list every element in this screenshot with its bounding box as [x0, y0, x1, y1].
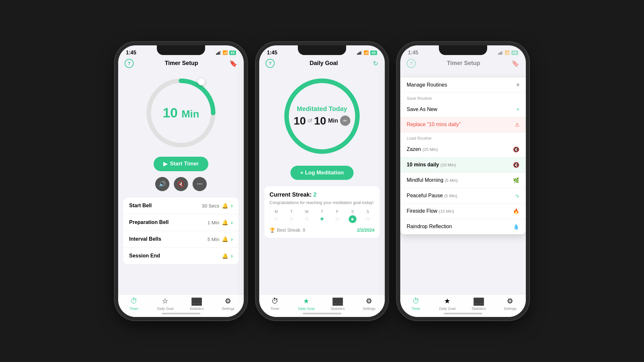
tab-statistics-label-2: Statistics: [331, 307, 345, 311]
routine-peaceful-3[interactable]: Peaceful Pause (5 Min) ∿: [400, 188, 526, 204]
interval-bell-icon-1: 🔔: [222, 236, 228, 242]
goal-of-2: of: [308, 118, 312, 124]
week-grid-2: M ☆ T ☆ W ☆ T ★ F ☆ S ★: [270, 209, 374, 223]
prep-bell-right-1: 1 Min 🔔 ›: [207, 219, 233, 226]
edit-goal-button-2[interactable]: ✏: [340, 116, 350, 126]
start-bell-row-1[interactable]: Start Bell 30 Secs 🔔 ›: [123, 198, 239, 214]
tab-daily-goal-2[interactable]: ★ Daily Goal: [297, 297, 316, 311]
prep-bell-row-1[interactable]: Preparation Bell 1 Min 🔔 ›: [123, 214, 239, 231]
tab-timer-3[interactable]: ⏱ Timer: [406, 297, 426, 311]
plus-icon-3: +: [516, 107, 519, 112]
trophy-icon-2: 🏆: [270, 227, 275, 233]
home-indicator-3: [444, 313, 482, 314]
wifi-icon-3: 📶: [505, 50, 510, 55]
timer-handle-1[interactable]: [198, 78, 205, 85]
tab-statistics-label-3: Statistics: [472, 307, 486, 311]
goal-current-2: 10: [294, 115, 306, 127]
tab-settings-label-1: Settings: [222, 307, 234, 311]
home-indicator-2: [303, 313, 341, 314]
goal-total-2: 10: [314, 115, 326, 127]
day-col-M: M ☆: [270, 209, 283, 223]
routine-fireside-3[interactable]: Fireside Flow (15 Min) 🔥: [400, 204, 526, 219]
tab-timer-icon-3: ⏱: [412, 297, 420, 305]
tab-settings-2[interactable]: ⚙ Settings: [359, 297, 379, 311]
routine-fireside-info-3: Fireside Flow (15 Min): [407, 208, 454, 214]
tab-daily-goal-3[interactable]: ★ Daily Goal: [438, 297, 457, 311]
start-bell-value-1: 30 Secs: [202, 203, 219, 209]
tab-settings-icon-1: ⚙: [225, 297, 231, 305]
tab-settings-1[interactable]: ⚙ Settings: [218, 297, 238, 311]
nav-header-3: ? Timer Setup 🔖: [400, 58, 526, 71]
goal-circle-2: Meditated Today 10 of 10 Min ✏: [280, 74, 364, 158]
routine-raindrop-name-3: Raindrop Reflection: [407, 224, 452, 229]
status-icons-1: 📶 4S: [216, 50, 236, 55]
page-title-1: Timer Setup: [165, 60, 198, 67]
day-col-T1: T ☆: [285, 209, 298, 223]
tab-statistics-3[interactable]: ▓▓ Statistics: [469, 297, 488, 311]
replace-item-3[interactable]: Replace "10 mins daily" ⚠: [400, 117, 526, 133]
session-chevron-1: ›: [231, 253, 233, 259]
haptic-button-1[interactable]: ⸻: [193, 177, 207, 191]
routine-zazen-info-3: Zazen (25 Min): [407, 146, 438, 152]
tab-daily-goal-icon-2: ★: [303, 297, 309, 305]
start-bell-label-1: Start Bell: [129, 203, 152, 209]
timer-display-1: 10 Min: [163, 105, 199, 121]
tab-daily-goal-label-1: Daily Goal: [157, 307, 174, 311]
streak-footer-2: 🏆 Best Streak: 8 2/2/2024: [270, 227, 374, 233]
help-button-2[interactable]: ?: [266, 59, 275, 68]
peaceful-icon-3: ∿: [515, 193, 519, 199]
save-routine-section-3: Save Routine: [400, 93, 526, 102]
streak-value-2: 2: [313, 191, 317, 198]
phone-3: 1:45 📶 4S ? Timer Setup 🔖 Sta: [400, 45, 526, 317]
sound-mute-button-1[interactable]: 🔇: [174, 177, 188, 191]
help-button-1[interactable]: ?: [125, 59, 134, 68]
tab-timer-2[interactable]: ⏱ Timer: [265, 297, 285, 311]
routine-10mins-info-3: 10 mins daily (10 Min): [407, 162, 456, 168]
tab-statistics-icon-1: ▓▓: [192, 297, 202, 305]
tab-statistics-icon-3: ▓▓: [474, 297, 484, 305]
routine-fireside-duration-3: (15 Min): [439, 209, 454, 214]
nav-header-2: ? Daily Goal ↻: [259, 58, 385, 71]
tab-statistics-1[interactable]: ▓▓ Statistics: [187, 297, 206, 311]
bell-icon-1: 🔔: [222, 203, 228, 209]
routine-mindful-name-3: Mindful Morning: [407, 177, 443, 183]
tab-daily-goal-icon-1: ☆: [162, 297, 168, 305]
manage-routines-item-3[interactable]: Manage Routines ≡: [400, 78, 526, 93]
routine-zazen-3[interactable]: Zazen (25 Min) 🔇: [400, 142, 526, 157]
routine-10mins-duration-3: (10 Min): [440, 162, 456, 167]
log-meditation-label-2: + Log Meditation: [300, 170, 344, 176]
replace-icon-3: ⚠: [515, 122, 519, 128]
streak-date-2: 2/2/2024: [357, 227, 375, 233]
tab-settings-3[interactable]: ⚙ Settings: [500, 297, 520, 311]
tab-daily-goal-label-2: Daily Goal: [298, 307, 315, 311]
bookmark-icon-1[interactable]: 🔖: [229, 60, 237, 67]
sound-on-button-1[interactable]: 🔊: [155, 177, 169, 191]
tab-statistics-2[interactable]: ▓▓ Statistics: [328, 297, 347, 311]
day-col-S1: S ★: [346, 209, 359, 223]
session-end-row-1[interactable]: Session End 🔔 ›: [123, 248, 239, 264]
timer-circle-1[interactable]: 10 Min: [142, 74, 220, 152]
status-bar-3: 1:45 📶 4S: [400, 45, 526, 58]
save-as-new-item-3[interactable]: Save As New +: [400, 102, 526, 117]
interval-bells-row-1[interactable]: Interval Bells 5 Min 🔔 ›: [123, 231, 239, 248]
log-meditation-button-2[interactable]: + Log Meditation: [290, 166, 354, 180]
tab-timer-1[interactable]: ⏱ Timer: [124, 297, 144, 311]
routine-mindful-3[interactable]: Mindful Morning (5 Min) 🌿: [400, 173, 526, 188]
prep-bell-label-1: Preparation Bell: [129, 219, 169, 225]
meditated-label-2: Meditated Today: [294, 105, 350, 113]
routine-10mins-3[interactable]: 10 mins daily (10 Min) 🔇: [400, 157, 526, 173]
10mins-icon-3: 🔇: [513, 162, 519, 168]
timer-value-unit-1: Min: [182, 108, 199, 120]
play-icon-1: ▶: [163, 161, 167, 167]
routine-zazen-duration-3: (25 Min): [422, 147, 438, 152]
tab-timer-icon-1: ⏱: [130, 297, 137, 305]
start-timer-button-1[interactable]: ▶ Start Timer: [154, 157, 208, 171]
tab-daily-goal-1[interactable]: ☆ Daily Goal: [156, 297, 175, 311]
tab-timer-label-2: Timer: [270, 307, 279, 311]
dropdown-overlay-3: Manage Routines ≡ Save Routine Save As N…: [400, 78, 526, 234]
routine-raindrop-3[interactable]: Raindrop Reflection 💧: [400, 219, 526, 234]
replace-label-3: Replace "10 mins daily": [407, 122, 461, 127]
timer-icon-2[interactable]: ↻: [373, 60, 378, 67]
home-indicator-1: [162, 313, 200, 314]
routine-peaceful-name-3: Peaceful Pause: [407, 193, 443, 198]
